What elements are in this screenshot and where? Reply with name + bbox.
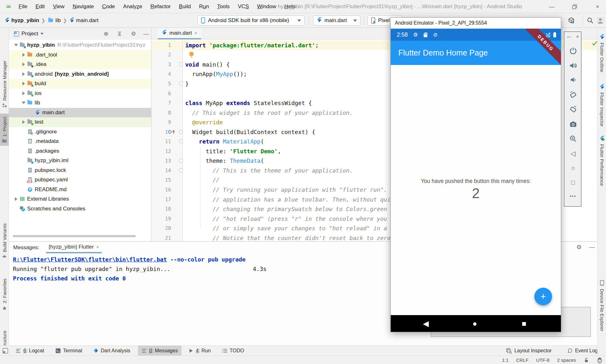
tree-expand-icon[interactable] xyxy=(21,102,27,104)
emulator-home-icon[interactable]: ○ xyxy=(564,164,582,172)
fold-marker[interactable] xyxy=(179,130,183,134)
tree-expand-icon[interactable] xyxy=(13,44,19,46)
encoding[interactable]: UTF-8 xyxy=(536,357,550,363)
tree-item-packages[interactable]: .packages xyxy=(9,146,152,156)
stripe-button-flutter-performance[interactable]: Flutter Performance xyxy=(597,136,606,186)
tree-item-idea[interactable]: .idea xyxy=(9,60,152,69)
emulator-rotate-right-icon[interactable] xyxy=(564,106,582,113)
indent-setting[interactable]: 2 spaces xyxy=(557,357,576,363)
tree-item-scratches-and-consoles[interactable]: Scratches and Consoles xyxy=(9,204,152,214)
stripe-button-flutter-outline[interactable]: Flutter Outline xyxy=(597,34,606,72)
search-everywhere-icon[interactable] xyxy=(586,16,595,25)
menu-item-analyze[interactable]: Analyze xyxy=(119,0,146,13)
profile-avatar-icon[interactable] xyxy=(596,16,605,25)
fold-marker[interactable] xyxy=(179,139,183,143)
settings-gear-icon[interactable]: ⚙ xyxy=(576,244,582,251)
emulator-back-icon[interactable]: ◁ xyxy=(564,150,582,157)
locate-file-icon[interactable]: ⊕ xyxy=(102,30,110,38)
sdk-manager-icon[interactable] xyxy=(567,16,576,25)
tool-window-button-event-log[interactable]: Event Log xyxy=(564,346,602,356)
fold-marker[interactable] xyxy=(179,62,183,66)
tree-item-metadata[interactable]: .metadata xyxy=(9,137,152,146)
nav-home-button[interactable]: ● xyxy=(472,319,477,328)
tree-collapse-icon[interactable] xyxy=(21,120,27,124)
collapse-all-icon[interactable] xyxy=(116,30,123,38)
tree-item-gitignore[interactable]: ⊘.gitignore xyxy=(9,127,152,137)
nav-overview-button[interactable]: ■ xyxy=(522,319,526,328)
close-icon[interactable]: × xyxy=(194,30,197,36)
project-view-dropdown[interactable]: Project xyxy=(13,31,44,37)
tool-window-button-layout-inspector[interactable]: Layout Inspector xyxy=(502,346,556,356)
close-icon[interactable]: × xyxy=(96,244,99,250)
emulator-screen[interactable]: 2:58 ⚙ ⊘ DEBUG Flutter Demo Home Page Yo… xyxy=(391,29,561,332)
horizontal-scrollbar[interactable] xyxy=(13,235,136,237)
menu-item-view[interactable]: View xyxy=(49,0,69,13)
tool-window-switcher-icon[interactable] xyxy=(3,348,8,354)
overrides-method-icon[interactable] xyxy=(167,129,178,134)
tool-window-button-terminal[interactable]: Terminal xyxy=(52,346,86,356)
breadcrumb-file[interactable]: main.dart xyxy=(76,17,98,24)
stripe-button-resource-manager[interactable]: Resource Manager xyxy=(0,61,9,108)
emulator-zoom-icon[interactable] xyxy=(564,135,582,142)
stripe-button-1-project[interactable]: 1: Project xyxy=(0,114,9,146)
menu-item-edit[interactable]: Edit xyxy=(31,0,49,13)
emulator-close-icon[interactable]: × xyxy=(576,34,579,39)
fold-marker[interactable] xyxy=(179,82,183,85)
stripe-button-2-favorites[interactable]: 2: Favorites★ xyxy=(0,279,9,312)
line-ending[interactable]: CRLF xyxy=(516,357,528,363)
emulator-more-icon[interactable]: ••• xyxy=(564,194,582,199)
tool-window-button-4-run[interactable]: 4: Run xyxy=(185,346,214,356)
unlock-icon[interactable] xyxy=(584,357,589,363)
menu-item-file[interactable]: File xyxy=(15,0,31,13)
tree-item-dart-tool[interactable]: .dart_tool xyxy=(9,50,152,60)
tool-window-button-0-messages[interactable]: 0: Messages xyxy=(138,346,182,356)
tree-collapse-icon[interactable] xyxy=(21,72,27,76)
tree-item-hyzp-yibin-iml[interactable]: hyzp_yibin.iml xyxy=(9,156,152,166)
menu-item-tools[interactable]: Tools xyxy=(213,0,234,13)
tool-window-button-todo[interactable]: TODO xyxy=(218,346,248,356)
caret-position[interactable]: 1:1 xyxy=(502,357,508,363)
tree-item-external-libraries[interactable]: External Libraries xyxy=(9,194,152,204)
window-restore-button[interactable] xyxy=(567,0,582,13)
tree-collapse-icon[interactable] xyxy=(21,53,27,57)
intention-bulb-icon[interactable] xyxy=(189,51,194,58)
tree-item-pubspec-lock[interactable]: pubspec.lock xyxy=(9,166,152,175)
tree-collapse-icon[interactable] xyxy=(21,91,27,95)
breadcrumb-project[interactable]: hyzp_yibin xyxy=(11,17,39,24)
menu-item-navigate[interactable]: Navigate xyxy=(68,0,98,13)
tree-item-main-dart[interactable]: main.dart xyxy=(9,108,152,118)
gradle-daemon-face-icon[interactable] xyxy=(597,357,603,363)
tree-item-build[interactable]: build xyxy=(9,79,152,89)
breadcrumb-folder[interactable]: lib xyxy=(55,17,61,24)
run-config-dropdown[interactable]: main.dart xyxy=(313,15,360,26)
menu-item-window[interactable]: Window xyxy=(253,0,280,13)
menu-item-run[interactable]: Run xyxy=(195,0,213,13)
tree-collapse-icon[interactable] xyxy=(21,62,27,66)
stripe-button-device-file-explorer[interactable]: Device File Explorer xyxy=(597,280,606,331)
tree-item-android[interactable]: android[hyzp_yibin_android] xyxy=(9,69,152,79)
emulator-rotate-left-icon[interactable] xyxy=(564,91,582,99)
menu-item-build[interactable]: Build xyxy=(175,0,195,13)
nav-back-button[interactable]: ◀ xyxy=(423,319,429,328)
tree-collapse-icon[interactable] xyxy=(21,82,27,85)
fab-increment-button[interactable]: + xyxy=(534,288,552,305)
fold-marker[interactable] xyxy=(179,159,183,163)
emulator-volume-up-icon[interactable] xyxy=(564,62,582,69)
tree-item-pubspec-yaml[interactable]: YMLpubspec.yaml xyxy=(9,175,152,185)
menu-item-code[interactable]: Code xyxy=(98,0,119,13)
emulator-camera-icon[interactable] xyxy=(564,120,582,128)
menu-item-vcs[interactable]: VCS xyxy=(234,0,253,13)
tree-item-test[interactable]: test xyxy=(9,117,152,127)
tree-item-hyzp-yibin[interactable]: hyzp_yibinR:\FlutterProject\FlutterProje… xyxy=(9,40,152,50)
tree-item-readme-md[interactable]: README.md xyxy=(9,185,152,195)
window-close-button[interactable]: × xyxy=(590,0,605,13)
emulator-power-icon[interactable] xyxy=(564,47,582,55)
device-selector-dropdown[interactable]: Android SDK built for x86 (mobile) xyxy=(197,15,305,26)
window-minimize-button[interactable]: — xyxy=(544,0,559,13)
tree-item-ios[interactable]: ios xyxy=(9,89,152,98)
fold-marker[interactable] xyxy=(179,168,183,172)
hide-panel-icon[interactable]: — xyxy=(142,30,150,38)
tree-item-lib[interactable]: lib xyxy=(9,98,152,108)
settings-gear-icon[interactable]: ⚙ xyxy=(130,30,137,38)
emulator-minimize-icon[interactable]: — xyxy=(567,34,571,39)
